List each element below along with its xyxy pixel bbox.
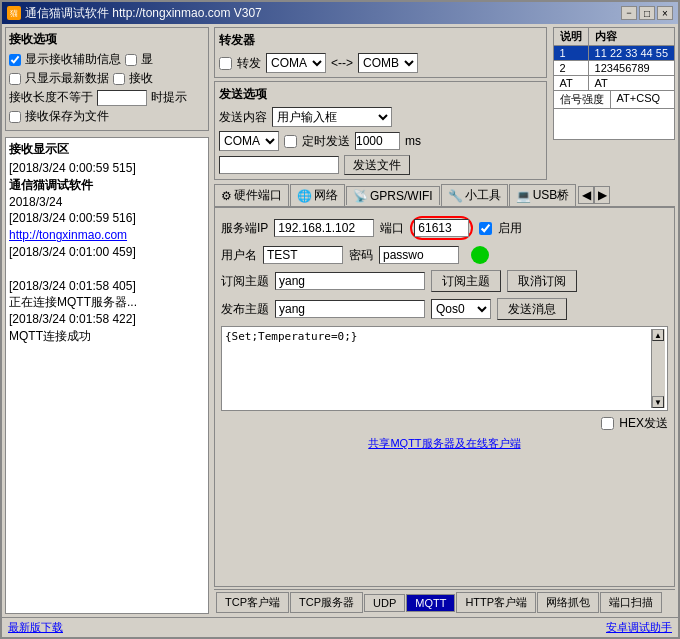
recv-line-6: [2018/3/24 0:01:00 459] [9, 244, 205, 261]
tab-nav-right[interactable]: ▶ [594, 186, 610, 204]
subscribe-row: 订阅主题 订阅主题 取消订阅 [221, 270, 668, 292]
bottom-tab-bar: TCP客户端 TCP服务器 UDP MQTT HTTP客户端 网络抓包 端口扫描 [214, 589, 675, 615]
tab-mqtt-active[interactable]: MQTT [406, 594, 455, 612]
send-content-select[interactable]: 用户输入框 [272, 107, 392, 127]
message-area-container: {Set;Temperature=0;} ▲ ▼ [221, 326, 668, 411]
send-row-3: 发送文件 [219, 155, 542, 175]
user-input[interactable] [263, 246, 343, 264]
tab-nav-left[interactable]: ◀ [578, 186, 594, 204]
recv-label: 接收 [129, 70, 153, 87]
tongxinmao-link[interactable]: http://tongxinmao.com [9, 228, 127, 242]
unsubscribe-button[interactable]: 取消订阅 [507, 270, 577, 292]
show-assist-checkbox[interactable] [9, 54, 21, 66]
recv-line-5: http://tongxinmao.com [9, 227, 205, 244]
option-row-3: 接收长度不等于 时提示 [9, 89, 205, 106]
info-col-desc: 说明 [554, 28, 589, 45]
publish-button[interactable]: 发送消息 [497, 298, 567, 320]
title-bar-left: 猫 通信猫调试软件 http://tongxinmao.com V307 [7, 5, 262, 22]
subscribe-button[interactable]: 订阅主题 [431, 270, 501, 292]
recv-checkbox[interactable] [113, 73, 125, 85]
enabled-checkbox[interactable] [479, 222, 492, 235]
option-row-4: 接收保存为文件 [9, 108, 205, 125]
forward-label: 转发 [237, 55, 261, 72]
recv-line-8: 正在连接MQTT服务器... [9, 294, 205, 311]
port-circle-container [410, 216, 473, 240]
coma-send-select[interactable]: COMA [219, 131, 279, 151]
comb-select[interactable]: COMB [358, 53, 418, 73]
only-latest-label: 只显示最新数据 [25, 70, 109, 87]
hardware-icon: ⚙ [221, 189, 232, 203]
password-label: 密码 [349, 247, 373, 264]
subscribe-topic-input[interactable] [275, 272, 425, 290]
close-button[interactable]: × [657, 6, 673, 20]
publish-topic-input[interactable] [275, 300, 425, 318]
user-row: 用户名 密码 [221, 246, 668, 264]
option-row-2: 只显示最新数据 接收 [9, 70, 205, 87]
recv-line-2: 通信猫调试软件 [9, 177, 205, 194]
recv-options-title: 接收选项 [9, 31, 205, 48]
info-cell-1-val: 11 22 33 44 55 [589, 46, 674, 60]
gprs-label: GPRS/WIFI [370, 189, 433, 203]
enabled-label: 启用 [498, 220, 522, 237]
tab-bar: ⚙ 硬件端口 🌐 网络 📡 GPRS/WIFI 🔧 小工具 💻 US [214, 184, 675, 207]
recv-line-7: [2018/3/24 0:01:58 405] [9, 278, 205, 295]
tab-port-scan[interactable]: 端口扫描 [600, 592, 662, 613]
publish-topic-label: 发布主题 [221, 301, 269, 318]
message-textarea[interactable]: {Set;Temperature=0;} [222, 327, 667, 407]
port-input[interactable] [414, 219, 469, 237]
tab-http-client[interactable]: HTTP客户端 [456, 592, 536, 613]
minimize-button[interactable]: － [621, 6, 637, 20]
hex-send-label: HEX发送 [619, 415, 668, 432]
qos-select[interactable]: Qos0 [431, 299, 491, 319]
server-ip-input[interactable] [274, 219, 374, 237]
scroll-down[interactable]: ▼ [652, 396, 664, 408]
status-bar: 最新版下载 安卓调试助手 [2, 617, 678, 637]
download-link[interactable]: 最新版下载 [8, 620, 63, 635]
tab-network[interactable]: 🌐 网络 [290, 184, 345, 206]
tab-udp[interactable]: UDP [364, 594, 405, 612]
send-content-label: 发送内容 [219, 109, 267, 126]
assistant-link[interactable]: 安卓调试助手 [606, 620, 672, 635]
title-bar: 猫 通信猫调试软件 http://tongxinmao.com V307 － □… [2, 2, 678, 24]
info-table-padding [554, 109, 674, 139]
scroll-track [652, 341, 665, 396]
timed-send-checkbox[interactable] [284, 135, 297, 148]
usb-icon: 💻 [516, 189, 531, 203]
coma-select[interactable]: COMA [266, 53, 326, 73]
tab-network-capture[interactable]: 网络抓包 [537, 592, 599, 613]
time-remind-label: 时提示 [151, 89, 187, 106]
timed-interval-input[interactable]: 1000 [355, 132, 400, 150]
info-cell-at-id: AT [554, 76, 589, 90]
send-row-2: COMA 定时发送 1000 ms [219, 131, 542, 151]
info-row-signal: 信号强度 AT+CSQ [554, 91, 674, 109]
tab-gprs[interactable]: 📡 GPRS/WIFI [346, 186, 440, 205]
right-panel: 转发器 转发 COMA <--> COMB [212, 24, 678, 617]
tab-tcp-server[interactable]: TCP服务器 [290, 592, 363, 613]
top-row: 转发器 转发 COMA <--> COMB [214, 27, 675, 180]
send-file-button[interactable]: 发送文件 [344, 155, 410, 175]
password-input[interactable] [379, 246, 459, 264]
subscribe-topic-label: 订阅主题 [221, 273, 269, 290]
save-file-checkbox[interactable] [9, 111, 21, 123]
hex-send-checkbox[interactable] [601, 417, 614, 430]
restore-button[interactable]: □ [639, 6, 655, 20]
converter-title: 转发器 [219, 32, 542, 49]
port-label: 端口 [380, 220, 404, 237]
mqtt-link[interactable]: 共享MQTT服务器及在线客户端 [368, 437, 520, 449]
app-icon: 猫 [7, 6, 21, 20]
show-checkbox[interactable] [125, 54, 137, 66]
send-text-input[interactable] [219, 156, 339, 174]
length-input[interactable] [97, 90, 147, 106]
forward-checkbox[interactable] [219, 57, 232, 70]
tab-usb[interactable]: 💻 USB桥 [509, 184, 577, 206]
tab-hardware[interactable]: ⚙ 硬件端口 [214, 184, 289, 206]
tools-label: 小工具 [465, 187, 501, 204]
tab-tcp-client[interactable]: TCP客户端 [216, 592, 289, 613]
info-cell-signal-id: 信号强度 [554, 91, 611, 108]
info-table-header: 说明 内容 [554, 28, 674, 46]
recv-text-area: [2018/3/24 0:00:59 515] 通信猫调试软件 2018/3/2… [9, 160, 205, 345]
scroll-up[interactable]: ▲ [652, 329, 664, 341]
tab-tools[interactable]: 🔧 小工具 [441, 184, 508, 206]
only-latest-checkbox[interactable] [9, 73, 21, 85]
show-assist-label: 显示接收辅助信息 [25, 51, 121, 68]
